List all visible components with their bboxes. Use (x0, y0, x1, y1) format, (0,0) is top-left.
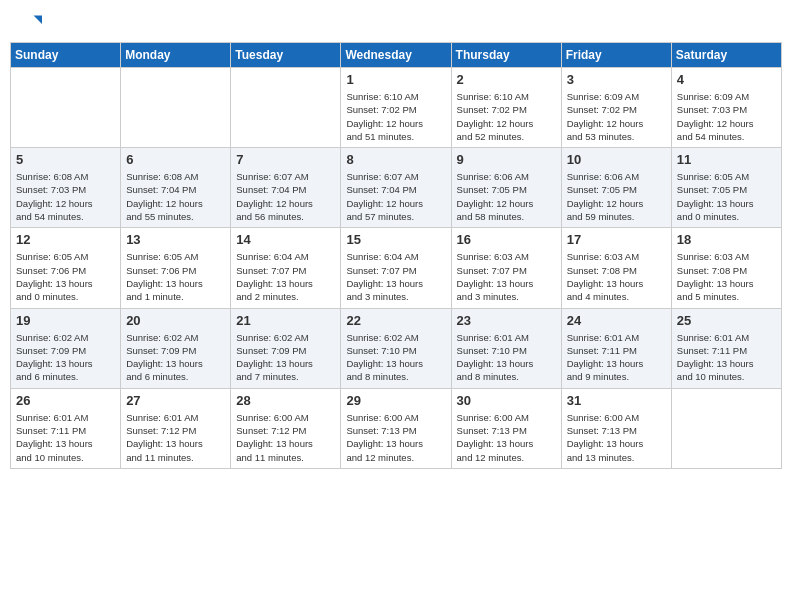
day-info: Sunrise: 6:01 AM Sunset: 7:10 PM Dayligh… (457, 331, 556, 384)
day-info: Sunrise: 6:06 AM Sunset: 7:05 PM Dayligh… (457, 170, 556, 223)
day-number: 23 (457, 313, 556, 328)
day-info: Sunrise: 6:02 AM Sunset: 7:09 PM Dayligh… (236, 331, 335, 384)
day-info: Sunrise: 6:05 AM Sunset: 7:06 PM Dayligh… (16, 250, 115, 303)
day-number: 16 (457, 232, 556, 247)
logo-icon (14, 10, 42, 38)
calendar-cell: 6Sunrise: 6:08 AM Sunset: 7:04 PM Daylig… (121, 148, 231, 228)
day-number: 11 (677, 152, 776, 167)
day-number: 31 (567, 393, 666, 408)
day-info: Sunrise: 6:01 AM Sunset: 7:11 PM Dayligh… (677, 331, 776, 384)
calendar-cell: 27Sunrise: 6:01 AM Sunset: 7:12 PM Dayli… (121, 388, 231, 468)
col-header-saturday: Saturday (671, 43, 781, 68)
day-info: Sunrise: 6:09 AM Sunset: 7:03 PM Dayligh… (677, 90, 776, 143)
calendar-cell: 15Sunrise: 6:04 AM Sunset: 7:07 PM Dayli… (341, 228, 451, 308)
day-number: 30 (457, 393, 556, 408)
day-info: Sunrise: 6:00 AM Sunset: 7:13 PM Dayligh… (457, 411, 556, 464)
day-info: Sunrise: 6:05 AM Sunset: 7:05 PM Dayligh… (677, 170, 776, 223)
day-info: Sunrise: 6:02 AM Sunset: 7:10 PM Dayligh… (346, 331, 445, 384)
day-number: 28 (236, 393, 335, 408)
calendar-cell: 19Sunrise: 6:02 AM Sunset: 7:09 PM Dayli… (11, 308, 121, 388)
day-number: 12 (16, 232, 115, 247)
calendar-cell: 29Sunrise: 6:00 AM Sunset: 7:13 PM Dayli… (341, 388, 451, 468)
calendar: SundayMondayTuesdayWednesdayThursdayFrid… (10, 42, 782, 469)
day-info: Sunrise: 6:01 AM Sunset: 7:11 PM Dayligh… (567, 331, 666, 384)
calendar-cell: 14Sunrise: 6:04 AM Sunset: 7:07 PM Dayli… (231, 228, 341, 308)
day-number: 1 (346, 72, 445, 87)
day-number: 21 (236, 313, 335, 328)
day-number: 5 (16, 152, 115, 167)
day-info: Sunrise: 6:03 AM Sunset: 7:08 PM Dayligh… (567, 250, 666, 303)
col-header-friday: Friday (561, 43, 671, 68)
col-header-tuesday: Tuesday (231, 43, 341, 68)
day-number: 24 (567, 313, 666, 328)
day-info: Sunrise: 6:00 AM Sunset: 7:12 PM Dayligh… (236, 411, 335, 464)
day-info: Sunrise: 6:07 AM Sunset: 7:04 PM Dayligh… (236, 170, 335, 223)
calendar-cell (121, 68, 231, 148)
day-info: Sunrise: 6:00 AM Sunset: 7:13 PM Dayligh… (346, 411, 445, 464)
day-info: Sunrise: 6:01 AM Sunset: 7:12 PM Dayligh… (126, 411, 225, 464)
calendar-cell: 3Sunrise: 6:09 AM Sunset: 7:02 PM Daylig… (561, 68, 671, 148)
day-number: 25 (677, 313, 776, 328)
calendar-week-1: 1Sunrise: 6:10 AM Sunset: 7:02 PM Daylig… (11, 68, 782, 148)
col-header-thursday: Thursday (451, 43, 561, 68)
calendar-cell: 20Sunrise: 6:02 AM Sunset: 7:09 PM Dayli… (121, 308, 231, 388)
calendar-cell: 18Sunrise: 6:03 AM Sunset: 7:08 PM Dayli… (671, 228, 781, 308)
day-info: Sunrise: 6:08 AM Sunset: 7:03 PM Dayligh… (16, 170, 115, 223)
day-info: Sunrise: 6:10 AM Sunset: 7:02 PM Dayligh… (457, 90, 556, 143)
day-number: 4 (677, 72, 776, 87)
day-info: Sunrise: 6:04 AM Sunset: 7:07 PM Dayligh… (236, 250, 335, 303)
logo (14, 10, 44, 38)
day-number: 17 (567, 232, 666, 247)
day-info: Sunrise: 6:02 AM Sunset: 7:09 PM Dayligh… (126, 331, 225, 384)
day-info: Sunrise: 6:07 AM Sunset: 7:04 PM Dayligh… (346, 170, 445, 223)
col-header-sunday: Sunday (11, 43, 121, 68)
calendar-week-2: 5Sunrise: 6:08 AM Sunset: 7:03 PM Daylig… (11, 148, 782, 228)
page-header (10, 10, 782, 38)
calendar-cell (231, 68, 341, 148)
day-number: 2 (457, 72, 556, 87)
day-number: 27 (126, 393, 225, 408)
calendar-week-4: 19Sunrise: 6:02 AM Sunset: 7:09 PM Dayli… (11, 308, 782, 388)
day-number: 3 (567, 72, 666, 87)
day-info: Sunrise: 6:06 AM Sunset: 7:05 PM Dayligh… (567, 170, 666, 223)
day-number: 19 (16, 313, 115, 328)
day-number: 15 (346, 232, 445, 247)
day-number: 8 (346, 152, 445, 167)
calendar-cell: 12Sunrise: 6:05 AM Sunset: 7:06 PM Dayli… (11, 228, 121, 308)
calendar-cell: 9Sunrise: 6:06 AM Sunset: 7:05 PM Daylig… (451, 148, 561, 228)
calendar-cell: 1Sunrise: 6:10 AM Sunset: 7:02 PM Daylig… (341, 68, 451, 148)
col-header-wednesday: Wednesday (341, 43, 451, 68)
day-info: Sunrise: 6:03 AM Sunset: 7:08 PM Dayligh… (677, 250, 776, 303)
day-info: Sunrise: 6:03 AM Sunset: 7:07 PM Dayligh… (457, 250, 556, 303)
day-info: Sunrise: 6:10 AM Sunset: 7:02 PM Dayligh… (346, 90, 445, 143)
calendar-cell: 2Sunrise: 6:10 AM Sunset: 7:02 PM Daylig… (451, 68, 561, 148)
calendar-cell: 26Sunrise: 6:01 AM Sunset: 7:11 PM Dayli… (11, 388, 121, 468)
calendar-cell: 10Sunrise: 6:06 AM Sunset: 7:05 PM Dayli… (561, 148, 671, 228)
day-info: Sunrise: 6:00 AM Sunset: 7:13 PM Dayligh… (567, 411, 666, 464)
calendar-week-3: 12Sunrise: 6:05 AM Sunset: 7:06 PM Dayli… (11, 228, 782, 308)
day-number: 29 (346, 393, 445, 408)
day-number: 26 (16, 393, 115, 408)
calendar-cell: 24Sunrise: 6:01 AM Sunset: 7:11 PM Dayli… (561, 308, 671, 388)
calendar-week-5: 26Sunrise: 6:01 AM Sunset: 7:11 PM Dayli… (11, 388, 782, 468)
calendar-cell: 17Sunrise: 6:03 AM Sunset: 7:08 PM Dayli… (561, 228, 671, 308)
calendar-cell (11, 68, 121, 148)
calendar-cell: 21Sunrise: 6:02 AM Sunset: 7:09 PM Dayli… (231, 308, 341, 388)
calendar-cell: 28Sunrise: 6:00 AM Sunset: 7:12 PM Dayli… (231, 388, 341, 468)
day-number: 14 (236, 232, 335, 247)
day-number: 20 (126, 313, 225, 328)
day-info: Sunrise: 6:01 AM Sunset: 7:11 PM Dayligh… (16, 411, 115, 464)
col-header-monday: Monday (121, 43, 231, 68)
calendar-cell: 8Sunrise: 6:07 AM Sunset: 7:04 PM Daylig… (341, 148, 451, 228)
day-info: Sunrise: 6:04 AM Sunset: 7:07 PM Dayligh… (346, 250, 445, 303)
day-number: 13 (126, 232, 225, 247)
calendar-cell: 23Sunrise: 6:01 AM Sunset: 7:10 PM Dayli… (451, 308, 561, 388)
day-number: 6 (126, 152, 225, 167)
svg-marker-0 (34, 16, 42, 24)
calendar-cell: 13Sunrise: 6:05 AM Sunset: 7:06 PM Dayli… (121, 228, 231, 308)
day-number: 9 (457, 152, 556, 167)
calendar-cell: 25Sunrise: 6:01 AM Sunset: 7:11 PM Dayli… (671, 308, 781, 388)
day-number: 10 (567, 152, 666, 167)
day-number: 22 (346, 313, 445, 328)
day-number: 18 (677, 232, 776, 247)
